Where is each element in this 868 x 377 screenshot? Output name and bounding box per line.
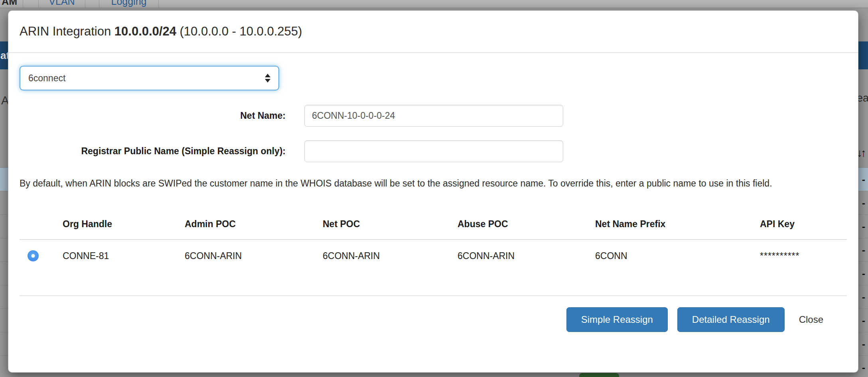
modal-footer: Simple Reassign Detailed Reassign Close xyxy=(20,295,847,332)
close-button[interactable]: Close xyxy=(799,314,823,325)
simple-reassign-button[interactable]: Simple Reassign xyxy=(566,307,668,332)
background-green-button-fragment xyxy=(579,373,619,377)
integration-select-value: 6connect xyxy=(28,73,265,84)
tab-am[interactable]: AM xyxy=(0,0,23,8)
org-table-header: Org Handle Admin POC Net POC Abuse POC N… xyxy=(20,213,847,240)
modal-title-range: (10.0.0.0 - 10.0.0.255) xyxy=(176,24,302,38)
radio-column-header xyxy=(20,213,63,239)
column-header-api-key: API Key xyxy=(760,213,847,239)
org-table: Org Handle Admin POC Net POC Abuse POC N… xyxy=(20,213,847,273)
column-header-org-handle: Org Handle xyxy=(63,213,185,239)
registrar-public-name-row: Registrar Public Name (Simple Reassign o… xyxy=(20,140,847,162)
tab-vlan[interactable]: VLAN xyxy=(38,0,85,8)
modal-title-cidr: 10.0.0.0/24 xyxy=(114,24,176,38)
column-header-net-name-prefix: Net Name Prefix xyxy=(595,213,760,239)
cell-net-poc: 6CONN-ARIN xyxy=(323,240,458,273)
cell-org-handle: CONNE-81 xyxy=(63,240,185,273)
modal-title-prefix: ARIN Integration xyxy=(20,24,114,38)
net-name-row: Net Name: xyxy=(20,105,847,127)
tab-logging[interactable]: Logging xyxy=(99,0,159,8)
column-header-abuse-poc: Abuse POC xyxy=(458,213,595,239)
column-header-net-poc: Net POC xyxy=(323,213,458,239)
form-rows: Net Name: Registrar Public Name (Simple … xyxy=(20,105,847,162)
background-right-text-fragment: ea xyxy=(857,92,868,104)
cell-api-key-masked: ********** xyxy=(760,240,847,273)
net-name-input[interactable] xyxy=(304,105,563,127)
modal-header: ARIN Integration 10.0.0.0/24 (10.0.0.0 -… xyxy=(8,11,858,53)
select-updown-arrows-icon xyxy=(265,74,270,82)
registrar-public-name-input[interactable] xyxy=(304,140,563,162)
org-select-radio[interactable] xyxy=(28,250,39,261)
cell-admin-poc: 6CONN-ARIN xyxy=(185,240,323,273)
modal-title: ARIN Integration 10.0.0.0/24 (10.0.0.0 -… xyxy=(20,23,847,40)
cell-abuse-poc: 6CONN-ARIN xyxy=(458,240,595,273)
table-row: CONNE-81 6CONN-ARIN 6CONN-ARIN 6CONN-ARI… xyxy=(20,240,847,273)
registrar-public-name-label: Registrar Public Name (Simple Reassign o… xyxy=(20,146,286,157)
cell-net-name-prefix: 6CONN xyxy=(595,240,760,273)
net-name-label: Net Name: xyxy=(20,110,286,121)
column-header-admin-poc: Admin POC xyxy=(185,213,323,239)
swip-description-text: By default, when ARIN blocks are SWIPed … xyxy=(20,176,829,191)
arin-integration-modal: ARIN Integration 10.0.0.0/24 (10.0.0.0 -… xyxy=(8,10,858,373)
integration-select[interactable]: 6connect xyxy=(20,66,279,90)
modal-body: 6connect Net Name: Registrar Public Name… xyxy=(8,53,858,332)
detailed-reassign-button[interactable]: Detailed Reassign xyxy=(677,307,785,332)
